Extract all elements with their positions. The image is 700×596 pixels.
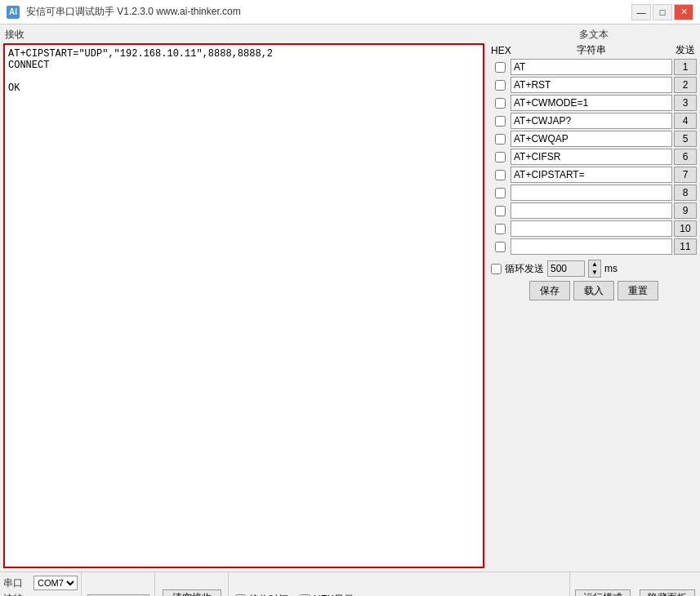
multitext-hex-checkbox-10[interactable]: [495, 242, 506, 252]
multitext-row: 8: [491, 185, 697, 201]
multitext-row: 7: [491, 167, 697, 183]
app-icon: AI: [7, 6, 20, 19]
minimize-button[interactable]: —: [631, 4, 651, 20]
multitext-hex-checkbox-5[interactable]: [495, 152, 506, 162]
multitext-hex-col: [491, 116, 509, 127]
bottom-top-row: 串口 COM7 波特率 115200 数据位 8 检验位 No: [0, 572, 700, 596]
multitext-hex-col: [491, 170, 509, 180]
multitext-text-input-1[interactable]: [511, 77, 672, 93]
multitext-row: 4: [491, 113, 697, 129]
multitext-input-col: [511, 95, 672, 111]
multitext-hex-col: [491, 152, 509, 162]
loop-send-checkbox[interactable]: [491, 264, 502, 274]
multitext-rows: 1 2 3 4: [491, 59, 697, 256]
multitext-row: 11: [491, 238, 697, 255]
serial-settings: 串口 COM7 波特率 115200 数据位 8 检验位 No: [0, 572, 82, 596]
multitext-send-button-0[interactable]: 1: [674, 59, 697, 75]
multitext-send-button-8[interactable]: 9: [674, 202, 697, 219]
multitext-input-col: [511, 202, 672, 219]
multitext-text-input-0[interactable]: [511, 59, 672, 75]
multitext-row: 9: [491, 202, 697, 219]
clear-save-area: 清空接收 保存接收: [155, 572, 229, 596]
multitext-input-col: [511, 131, 672, 147]
multitext-hex-col: [491, 206, 509, 216]
multitext-row: 6: [491, 149, 697, 165]
multitext-input-col: [511, 167, 672, 183]
multitext-hex-checkbox-7[interactable]: [495, 188, 506, 198]
multitext-input-col: [511, 149, 672, 165]
multitext-text-input-2[interactable]: [511, 95, 672, 111]
multitext-row: 5: [491, 131, 697, 147]
multitext-text-input-5[interactable]: [511, 149, 672, 165]
multitext-send-button-7[interactable]: 8: [674, 185, 697, 201]
app-title: 安信可串口调试助手 V1.2.3.0 www.ai-thinker.com: [26, 5, 241, 19]
port-btn-area: 关闭串口: [82, 572, 155, 596]
multitext-send-button-10[interactable]: 11: [674, 238, 697, 255]
hex-display-label: HEX显示: [314, 593, 354, 597]
multitext-text-input-8[interactable]: [511, 202, 672, 219]
multitext-hex-checkbox-6[interactable]: [495, 170, 506, 180]
loop-send-row: 循环发送 ▲ ▼ ms: [491, 260, 697, 278]
multitext-send-button-2[interactable]: 3: [674, 95, 697, 111]
loop-ms-input[interactable]: [547, 260, 585, 277]
left-panel: 接收: [0, 24, 488, 572]
multitext-send-button-6[interactable]: 7: [674, 167, 697, 183]
multitext-hex-col: [491, 98, 509, 109]
spin-up-button[interactable]: ▲: [589, 260, 600, 269]
multitext-hex-col: [491, 188, 509, 198]
mode-btns-area: 运行模式 下载模式: [569, 572, 635, 596]
receive-label: 接收: [3, 28, 484, 42]
receive-textarea[interactable]: [3, 43, 484, 568]
port-label: 串口: [3, 576, 32, 590]
multitext-send-button-1[interactable]: 2: [674, 77, 697, 93]
col-str-header: 字符串: [511, 43, 672, 57]
multitext-send-button-9[interactable]: 10: [674, 220, 697, 237]
multitext-row: 10: [491, 220, 697, 237]
multitext-row: 1: [491, 59, 697, 75]
multitext-hex-col: [491, 134, 509, 145]
multitext-hex-checkbox-9[interactable]: [495, 224, 506, 234]
multitext-header: HEX 字符串 发送: [491, 43, 697, 57]
reset-button[interactable]: 重置: [618, 281, 658, 300]
multitext-input-col: [511, 220, 672, 237]
run-mode-button[interactable]: 运行模式: [575, 589, 631, 597]
multitext-text-input-9[interactable]: [511, 220, 672, 237]
col-send-header: 发送: [674, 43, 697, 57]
multitext-text-input-3[interactable]: [511, 113, 672, 129]
baud-label: 波特率: [3, 592, 28, 596]
right-bottom-buttons: 保存 载入 重置: [491, 281, 697, 300]
hide-panel-area: 隐藏面板 显示历史: [635, 572, 700, 596]
clear-receive-button[interactable]: 清空接收: [163, 589, 221, 597]
multitext-hex-checkbox-2[interactable]: [495, 98, 506, 109]
multitext-hex-col: [491, 224, 509, 234]
multitext-text-input-6[interactable]: [511, 167, 672, 183]
maximize-button[interactable]: □: [653, 4, 672, 20]
multitext-text-input-4[interactable]: [511, 131, 672, 147]
close-button[interactable]: ✕: [674, 4, 693, 20]
loop-ms-unit: ms: [604, 263, 618, 274]
port-select[interactable]: COM7: [33, 576, 78, 590]
multitext-input-col: [511, 185, 672, 201]
multitext-send-button-3[interactable]: 4: [674, 113, 697, 129]
multitext-hex-col: [491, 242, 509, 252]
multitext-label: 多文本: [491, 28, 697, 42]
multitext-hex-checkbox-0[interactable]: [495, 62, 506, 73]
hide-panel-button[interactable]: 隐藏面板: [640, 589, 695, 597]
multitext-hex-checkbox-4[interactable]: [495, 134, 506, 145]
multitext-hex-checkbox-1[interactable]: [495, 80, 506, 91]
multitext-send-button-4[interactable]: 5: [674, 131, 697, 147]
multitext-hex-checkbox-3[interactable]: [495, 116, 506, 127]
spin-down-button[interactable]: ▼: [589, 269, 600, 277]
checkboxes-area: 接收时间 HEX显示 自动换行: [229, 572, 569, 596]
save-button[interactable]: 保存: [529, 281, 570, 300]
multitext-text-input-7[interactable]: [511, 185, 672, 201]
multitext-text-input-10[interactable]: [511, 238, 672, 255]
multitext-send-button-5[interactable]: 6: [674, 149, 697, 165]
load-button[interactable]: 载入: [573, 281, 614, 300]
loop-send-label: 循环发送: [505, 262, 544, 276]
multitext-input-col: [511, 113, 672, 129]
spin-box: ▲ ▼: [588, 260, 601, 278]
col-hex-header: HEX: [491, 45, 509, 56]
multitext-hex-checkbox-8[interactable]: [495, 206, 506, 216]
right-panel: 多文本 HEX 字符串 发送 1 2: [488, 24, 700, 572]
